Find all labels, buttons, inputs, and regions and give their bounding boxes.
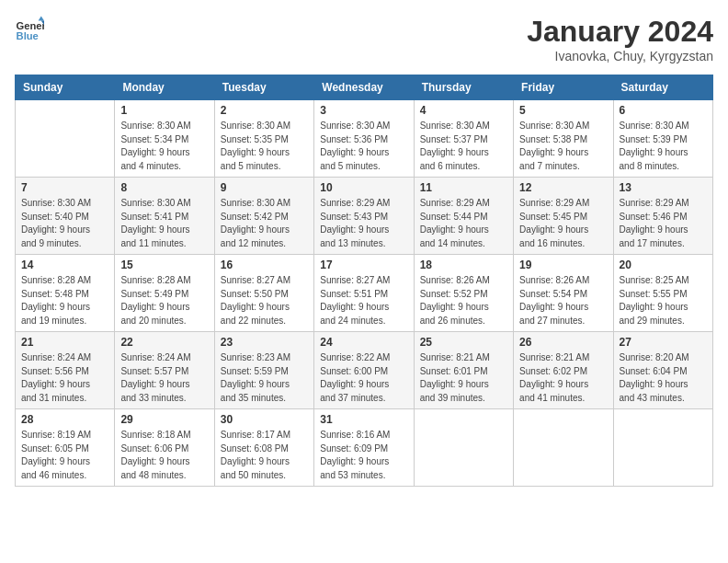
calendar-cell: 25Sunrise: 8:21 AM Sunset: 6:01 PM Dayli… <box>414 332 513 409</box>
month-title: January 2024 <box>527 15 713 49</box>
day-number: 20 <box>620 259 707 271</box>
calendar-cell: 12Sunrise: 8:29 AM Sunset: 5:45 PM Dayli… <box>514 178 613 255</box>
day-info: Sunrise: 8:30 AM Sunset: 5:35 PM Dayligh… <box>221 120 308 173</box>
calendar-cell: 6Sunrise: 8:30 AM Sunset: 5:39 PM Daylig… <box>613 100 712 178</box>
calendar-cell: 26Sunrise: 8:21 AM Sunset: 6:02 PM Dayli… <box>514 332 613 409</box>
weekday-label: Sunday <box>16 75 115 100</box>
calendar-cell: 13Sunrise: 8:29 AM Sunset: 5:46 PM Dayli… <box>613 178 712 255</box>
calendar-cell: 29Sunrise: 8:18 AM Sunset: 6:06 PM Dayli… <box>115 409 214 487</box>
day-info: Sunrise: 8:29 AM Sunset: 5:45 PM Dayligh… <box>519 197 607 250</box>
day-info: Sunrise: 8:30 AM Sunset: 5:42 PM Dayligh… <box>221 197 308 250</box>
day-info: Sunrise: 8:25 AM Sunset: 5:55 PM Dayligh… <box>620 274 707 327</box>
day-number: 11 <box>420 181 507 194</box>
calendar-week-row: 14Sunrise: 8:28 AM Sunset: 5:48 PM Dayli… <box>16 255 713 332</box>
location: Ivanovka, Chuy, Kyrgyzstan <box>527 49 713 63</box>
day-info: Sunrise: 8:29 AM Sunset: 5:46 PM Dayligh… <box>620 197 707 250</box>
day-info: Sunrise: 8:23 AM Sunset: 5:59 PM Dayligh… <box>221 351 308 405</box>
calendar-cell: 27Sunrise: 8:20 AM Sunset: 6:04 PM Dayli… <box>613 332 712 409</box>
calendar-cell: 23Sunrise: 8:23 AM Sunset: 5:59 PM Dayli… <box>214 332 313 409</box>
day-info: Sunrise: 8:26 AM Sunset: 5:52 PM Dayligh… <box>420 274 507 327</box>
svg-text:General: General <box>17 20 44 31</box>
day-number: 18 <box>420 259 507 271</box>
calendar-cell: 30Sunrise: 8:17 AM Sunset: 6:08 PM Dayli… <box>214 409 313 487</box>
calendar-cell: 31Sunrise: 8:16 AM Sunset: 6:09 PM Dayli… <box>314 409 414 487</box>
page-header: General Blue January 2024 Ivanovka, Chuy… <box>15 15 713 63</box>
day-info: Sunrise: 8:18 AM Sunset: 6:06 PM Dayligh… <box>120 429 208 482</box>
day-number: 3 <box>320 104 407 117</box>
day-info: Sunrise: 8:30 AM Sunset: 5:36 PM Dayligh… <box>320 120 407 173</box>
calendar-cell: 21Sunrise: 8:24 AM Sunset: 5:56 PM Dayli… <box>16 332 115 409</box>
day-info: Sunrise: 8:21 AM Sunset: 6:02 PM Dayligh… <box>519 351 607 405</box>
calendar-cell: 11Sunrise: 8:29 AM Sunset: 5:44 PM Dayli… <box>414 178 513 255</box>
calendar-week-row: 21Sunrise: 8:24 AM Sunset: 5:56 PM Dayli… <box>16 332 713 409</box>
calendar-cell: 18Sunrise: 8:26 AM Sunset: 5:52 PM Dayli… <box>414 255 513 332</box>
day-info: Sunrise: 8:17 AM Sunset: 6:08 PM Dayligh… <box>221 429 308 482</box>
calendar-cell: 2Sunrise: 8:30 AM Sunset: 5:35 PM Daylig… <box>214 100 313 178</box>
day-number: 12 <box>519 181 607 194</box>
day-number: 31 <box>320 413 407 426</box>
day-info: Sunrise: 8:30 AM Sunset: 5:41 PM Dayligh… <box>120 197 208 250</box>
calendar-cell: 20Sunrise: 8:25 AM Sunset: 5:55 PM Dayli… <box>613 255 712 332</box>
calendar-cell: 17Sunrise: 8:27 AM Sunset: 5:51 PM Dayli… <box>314 255 414 332</box>
calendar-cell: 19Sunrise: 8:26 AM Sunset: 5:54 PM Dayli… <box>514 255 613 332</box>
calendar-cell: 24Sunrise: 8:22 AM Sunset: 6:00 PM Dayli… <box>314 332 414 409</box>
day-number: 27 <box>620 336 707 349</box>
calendar-cell: 5Sunrise: 8:30 AM Sunset: 5:38 PM Daylig… <box>514 100 613 178</box>
calendar-cell: 22Sunrise: 8:24 AM Sunset: 5:57 PM Dayli… <box>115 332 214 409</box>
day-number: 30 <box>221 413 308 426</box>
day-info: Sunrise: 8:22 AM Sunset: 6:00 PM Dayligh… <box>320 351 407 405</box>
day-number: 17 <box>320 259 407 271</box>
title-block: January 2024 Ivanovka, Chuy, Kyrgyzstan <box>527 15 713 63</box>
day-info: Sunrise: 8:24 AM Sunset: 5:56 PM Dayligh… <box>21 351 108 405</box>
day-info: Sunrise: 8:24 AM Sunset: 5:57 PM Dayligh… <box>120 351 208 405</box>
calendar-cell: 28Sunrise: 8:19 AM Sunset: 6:05 PM Dayli… <box>16 409 115 487</box>
calendar-week-row: 1Sunrise: 8:30 AM Sunset: 5:34 PM Daylig… <box>16 100 713 178</box>
day-number: 21 <box>21 336 108 349</box>
weekday-label: Friday <box>514 75 613 100</box>
day-number: 28 <box>21 413 108 426</box>
day-info: Sunrise: 8:28 AM Sunset: 5:48 PM Dayligh… <box>21 274 108 327</box>
day-info: Sunrise: 8:16 AM Sunset: 6:09 PM Dayligh… <box>320 429 407 482</box>
day-info: Sunrise: 8:21 AM Sunset: 6:01 PM Dayligh… <box>420 351 507 405</box>
day-number: 25 <box>420 336 507 349</box>
day-info: Sunrise: 8:30 AM Sunset: 5:38 PM Dayligh… <box>519 120 607 173</box>
calendar-cell: 16Sunrise: 8:27 AM Sunset: 5:50 PM Dayli… <box>214 255 313 332</box>
day-number: 26 <box>519 336 607 349</box>
day-info: Sunrise: 8:27 AM Sunset: 5:50 PM Dayligh… <box>221 274 308 327</box>
calendar-cell: 14Sunrise: 8:28 AM Sunset: 5:48 PM Dayli… <box>16 255 115 332</box>
calendar-body: 1Sunrise: 8:30 AM Sunset: 5:34 PM Daylig… <box>16 100 713 487</box>
day-number: 1 <box>120 104 208 117</box>
day-number: 7 <box>21 181 108 194</box>
calendar-cell: 3Sunrise: 8:30 AM Sunset: 5:36 PM Daylig… <box>314 100 414 178</box>
day-number: 23 <box>221 336 308 349</box>
day-info: Sunrise: 8:19 AM Sunset: 6:05 PM Dayligh… <box>21 429 108 482</box>
day-number: 10 <box>320 181 407 194</box>
calendar-cell: 10Sunrise: 8:29 AM Sunset: 5:43 PM Dayli… <box>314 178 414 255</box>
calendar-cell <box>414 409 513 487</box>
weekday-label: Thursday <box>414 75 513 100</box>
day-info: Sunrise: 8:28 AM Sunset: 5:49 PM Dayligh… <box>120 274 208 327</box>
day-info: Sunrise: 8:30 AM Sunset: 5:37 PM Dayligh… <box>420 120 507 173</box>
calendar-table: SundayMondayTuesdayWednesdayThursdayFrid… <box>15 75 713 487</box>
day-number: 9 <box>221 181 308 194</box>
day-info: Sunrise: 8:30 AM Sunset: 5:39 PM Dayligh… <box>620 120 707 173</box>
calendar-cell: 1Sunrise: 8:30 AM Sunset: 5:34 PM Daylig… <box>115 100 214 178</box>
calendar-week-row: 7Sunrise: 8:30 AM Sunset: 5:40 PM Daylig… <box>16 178 713 255</box>
calendar-cell <box>16 100 115 178</box>
day-number: 29 <box>120 413 208 426</box>
day-number: 19 <box>519 259 607 271</box>
weekday-label: Tuesday <box>214 75 313 100</box>
day-info: Sunrise: 8:30 AM Sunset: 5:40 PM Dayligh… <box>21 197 108 250</box>
day-number: 2 <box>221 104 308 117</box>
day-number: 5 <box>519 104 607 117</box>
day-number: 16 <box>221 259 308 271</box>
svg-marker-2 <box>39 17 44 21</box>
weekday-label: Wednesday <box>314 75 414 100</box>
day-number: 24 <box>320 336 407 349</box>
day-info: Sunrise: 8:29 AM Sunset: 5:44 PM Dayligh… <box>420 197 507 250</box>
day-number: 14 <box>21 259 108 271</box>
day-info: Sunrise: 8:30 AM Sunset: 5:34 PM Dayligh… <box>120 120 208 173</box>
weekday-header-row: SundayMondayTuesdayWednesdayThursdayFrid… <box>16 75 713 100</box>
day-number: 15 <box>120 259 208 271</box>
day-number: 22 <box>120 336 208 349</box>
